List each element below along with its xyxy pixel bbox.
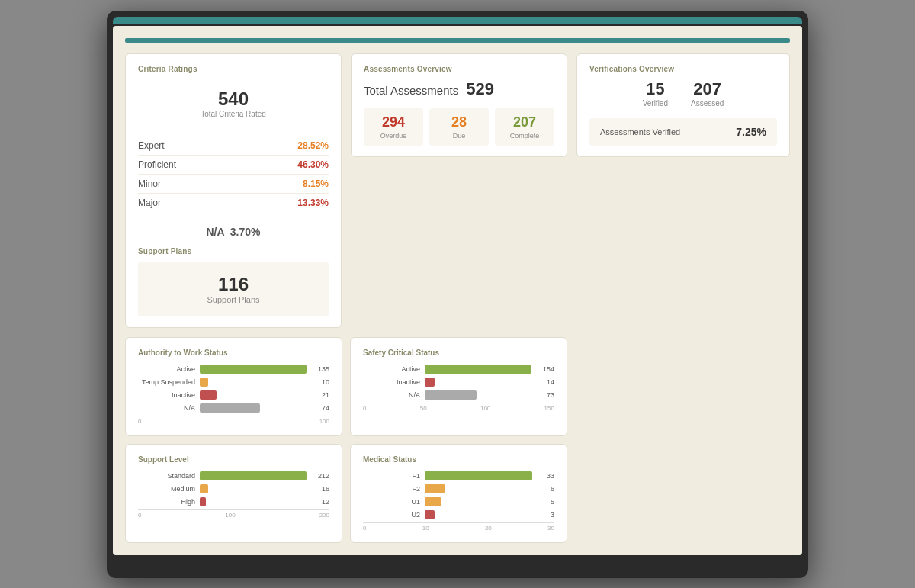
bar-value: 6 [551,485,554,493]
support-level-chart: Support Level Standard 212 Medium 16 Hig… [125,444,342,543]
monitor: Assessments Overview Total Assessments 5… [107,11,808,578]
verifications-title: Verifications Overview [589,65,777,73]
charts-grid: Authority to Work Status Active 135 Temp… [125,337,567,543]
bar-wrap [425,471,539,480]
criteria-item-name: Expert [138,140,165,151]
bar-label: High [138,498,195,506]
due-box: 28 Due [429,108,489,146]
total-label: Total Assessments [364,84,458,97]
criteria-sub: Total Criteria Rated [138,110,329,118]
total-number: 529 [466,79,494,99]
bar-value: 135 [318,365,329,373]
support-plans-number: 116 [150,274,316,295]
bar-value: 21 [322,391,329,399]
overdue-number: 294 [368,114,419,130]
criteria-item-pct: 28.52% [297,140,329,151]
bar-row: N/A 73 [363,390,554,400]
overdue-box: 294 Overdue [364,108,423,146]
bar-value: 73 [547,391,554,399]
bar-label: Standard [138,472,195,480]
bar-wrap [425,497,543,506]
criteria-item-name: Minor [138,178,161,189]
bar-label: Medium [138,485,195,493]
bar-label: Inactive [138,391,195,399]
verif-bar: Assessments Verified 7.25% [589,118,777,146]
bar [425,471,532,480]
overdue-label: Overdue [368,132,419,140]
bar-value: 10 [322,378,329,386]
bar-wrap [425,390,539,400]
assessments-title: Assessments Overview [364,65,554,73]
bar-label: U1 [363,498,420,506]
medical-chart-title: Medical Status [363,455,554,464]
criteria-na: N/A 3.70% [138,221,329,238]
criteria-rows: Expert 28.52% Proficient 46.30% Minor 8.… [138,137,329,212]
criteria-item-name: Proficient [138,159,176,170]
support-axis: 0 100 200 [138,509,329,519]
criteria-item-pct: 46.30% [297,159,329,170]
bar-row: Active 154 [363,365,554,374]
medical-bar-chart: F1 33 F2 6 U1 5 U2 3 [363,471,554,519]
bar-row: Inactive 21 [138,390,329,400]
criteria-row: Major 13.33% [138,194,329,212]
bar-row: Temp Suspended 10 [138,378,329,387]
complete-box: 207 Complete [495,108,554,146]
support-level-title: Support Level [138,455,329,464]
bar-wrap [200,484,314,493]
authority-axis: 0 100 [138,416,329,425]
bar-value: 5 [551,498,554,506]
safety-axis: 0 50 100 150 [363,403,554,412]
bar-wrap [425,510,543,519]
criteria-row: Proficient 46.30% [138,156,329,175]
bar-value: 154 [543,365,554,373]
bar-wrap [200,365,310,374]
assessed-block: 207 Assessed [691,79,724,108]
medical-chart: Medical Status F1 33 F2 6 U1 5 U2 [350,444,567,543]
bar-value: 212 [318,472,329,480]
safety-chart: Safety Critical Status Active 154 Inacti… [350,337,567,436]
bar [425,484,445,493]
bar-row: N/A 74 [138,403,329,413]
bar-label: N/A [363,391,420,399]
verified-number: 15 [643,79,668,99]
bar-row: Standard 212 [138,471,329,480]
bar-value: 16 [322,485,329,493]
total-assessments: Total Assessments 529 [364,79,554,99]
safety-chart-title: Safety Critical Status [363,349,554,357]
bar [425,365,531,374]
bar-wrap [425,378,539,387]
bar-row: F1 33 [363,471,554,480]
complete-number: 207 [499,114,550,130]
criteria-item-pct: 13.33% [297,198,329,208]
bar-wrap [425,484,543,493]
bar-label: N/A [138,404,195,412]
criteria-row: Expert 28.52% [138,137,329,156]
bar-value: 14 [547,378,554,386]
bar-wrap [200,471,310,480]
monitor-top-bar [113,17,802,24]
bar-row: High 12 [138,497,329,506]
bar-row: Medium 16 [138,484,329,493]
verif-numbers: 15 Verified 207 Assessed [589,79,777,108]
bar [200,471,307,480]
complete-label: Complete [499,132,550,140]
authority-bar-chart: Active 135 Temp Suspended 10 Inactive 21… [138,365,329,413]
support-plans-inner: 116 Support Plans [138,262,329,316]
bar-wrap [200,378,314,387]
criteria-title: Criteria Ratings [138,65,329,73]
due-label: Due [434,132,484,140]
bar [200,484,208,493]
bar-row: Inactive 14 [363,378,554,387]
bar-wrap [200,497,314,506]
bar-wrap [200,403,314,413]
verif-bar-label: Assessments Verified [600,127,680,137]
verifications-card: Verifications Overview 15 Verified 207 A… [576,53,790,157]
bar-row: Active 135 [138,365,329,374]
safety-bar-chart: Active 154 Inactive 14 N/A 73 [363,365,554,400]
support-plans-label: Support Plans [150,295,316,304]
criteria-item-name: Major [138,198,161,208]
bar-label: U2 [363,511,420,519]
due-number: 28 [434,114,484,130]
criteria-item-pct: 8.15% [303,178,329,189]
screen-header [125,38,790,43]
